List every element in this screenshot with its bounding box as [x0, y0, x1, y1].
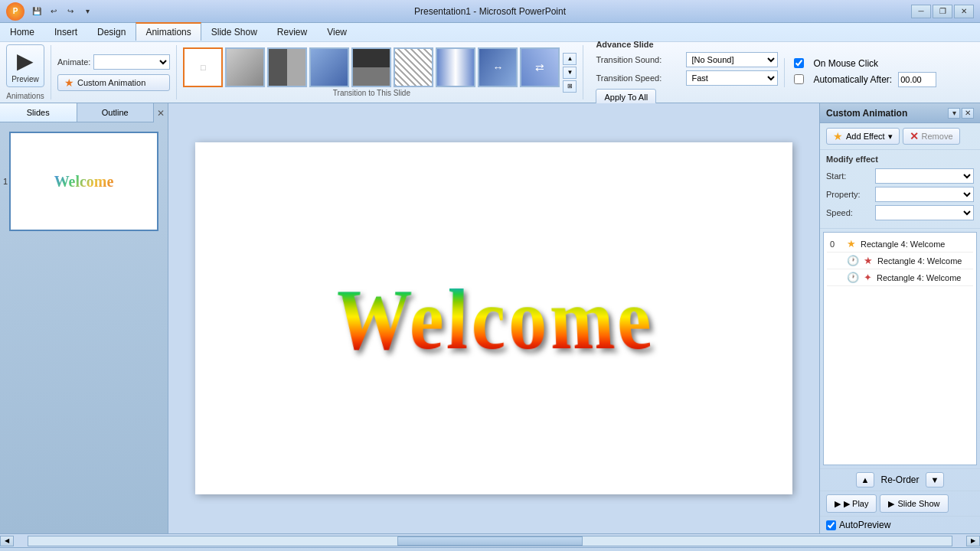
scroll-right-button[interactable]: ▶ [966, 536, 980, 546]
preview-group: ▶ Preview Animations [6, 45, 51, 99]
custom-animation-button[interactable]: ★ Custom Animation [57, 74, 170, 91]
auto-after-checkbox[interactable] [794, 74, 804, 84]
sidebar-tab-outline[interactable]: Outline [77, 103, 155, 122]
reorder-down-button[interactable]: ▼ [926, 472, 945, 487]
main-area: Slides Outline ✕ 1 Welcome Welcome Custo… [0, 103, 980, 533]
panel-bottom: ▲ Re-Order ▼ [820, 468, 980, 491]
start-dropdown[interactable] [875, 168, 974, 184]
remove-x-icon: ✕ [910, 130, 919, 142]
transition-none-button[interactable]: □ [183, 47, 223, 87]
tab-insert[interactable]: Insert [44, 23, 87, 41]
animate-label: Animate: [57, 57, 90, 67]
tab-view[interactable]: View [317, 23, 357, 41]
animation-item-2[interactable]: 🕐 ✦ Rectangle 4: Welcome [827, 269, 973, 286]
save-button[interactable]: 💾 [29, 5, 44, 18]
quick-access-toolbar: 💾 ↩ ↪ ▾ [29, 5, 95, 18]
on-mouse-click-label: On Mouse Click [813, 58, 878, 69]
preview-button[interactable]: ▶ Preview [6, 44, 44, 87]
add-effect-arrow: ▾ [888, 132, 893, 142]
tab-slideshow[interactable]: Slide Show [201, 23, 267, 41]
add-effect-label: Add Effect [846, 132, 885, 141]
panel-collapse-button[interactable]: ▾ [948, 108, 960, 119]
property-label: Property: [826, 190, 872, 199]
on-click-group: On Mouse Click Automatically After: [784, 58, 974, 87]
remove-button[interactable]: ✕ Remove [903, 128, 960, 145]
transition-cover-button[interactable] [351, 47, 391, 87]
autopreview-checkbox[interactable] [826, 520, 836, 530]
slideshow-icon: ▶ [888, 499, 894, 509]
auto-after-row: Automatically After: [794, 72, 974, 87]
window-controls: ─ ❐ ✕ [911, 5, 974, 18]
transition-dissolve-button[interactable] [394, 47, 433, 87]
modify-section: Modify effect Start: Property: Speed: [820, 150, 980, 229]
play-label: ▶ Play [844, 499, 868, 509]
custom-animation-panel: Custom Animation ▾ ✕ ★ Add Effect ▾ ✕ Re… [819, 103, 980, 533]
undo-button[interactable]: ↩ [46, 5, 61, 18]
tab-animations[interactable]: Animations [136, 22, 201, 41]
autopreview-row: AutoPreview [820, 516, 980, 533]
animate-dropdown[interactable] [93, 54, 170, 70]
slide-canvas[interactable]: Welcome [195, 142, 792, 494]
slideshow-button[interactable]: ▶ Slide Show [880, 494, 948, 513]
start-row: Start: [826, 168, 974, 184]
transition-rotate-button[interactable]: ⇄ [520, 47, 560, 87]
speed-dropdown[interactable] [875, 205, 974, 220]
preview-group-top: ▶ Preview [6, 44, 44, 87]
transition-scroll-down[interactable]: ▼ [563, 67, 577, 79]
anim-name-0: Rectangle 4: Welcome [861, 240, 945, 249]
play-button[interactable]: ▶ ▶ Play [826, 494, 877, 513]
transition-wipe-button[interactable] [267, 47, 307, 87]
custom-anim-label: Custom Animation [77, 78, 145, 87]
on-mouse-click-checkbox[interactable] [794, 58, 804, 68]
scroll-thumb[interactable] [397, 536, 582, 546]
add-effect-star-icon: ★ [833, 130, 843, 142]
transition-push-button[interactable] [309, 47, 349, 87]
anim-star-icon-0: ★ [847, 238, 856, 249]
transition-scroll-up[interactable]: ▲ [563, 53, 577, 65]
auto-after-value[interactable] [898, 72, 936, 87]
tab-home[interactable]: Home [0, 23, 44, 41]
transition-label: Transition to This Slide [183, 89, 560, 97]
restore-button[interactable]: ❐ [933, 5, 952, 18]
office-logo-icon: P [6, 2, 24, 21]
advance-slide-title: Advance Slide [596, 40, 778, 49]
speed-row: Speed: [826, 205, 974, 220]
panel-play-row: ▶ ▶ Play ▶ Slide Show [820, 491, 980, 516]
slide-thumbnail-1[interactable]: Welcome [9, 132, 158, 231]
preview-label: Preview [11, 75, 39, 83]
transition-more[interactable]: ⊞ [563, 80, 577, 93]
transition-flip-button[interactable]: ↔ [478, 47, 518, 87]
sidebar-tab-slides[interactable]: Slides [0, 103, 77, 122]
sidebar-close-button[interactable]: ✕ [154, 106, 168, 120]
close-button[interactable]: ✕ [954, 5, 974, 18]
minimize-button[interactable]: ─ [911, 5, 931, 18]
animate-group: Animate: ★ Custom Animation [57, 45, 177, 99]
slide-number-label: 1 [3, 177, 8, 186]
ribbon-tabs: Home Insert Design Animations Slide Show… [0, 23, 980, 41]
tab-review[interactable]: Review [267, 23, 317, 41]
panel-close-button[interactable]: ✕ [962, 108, 974, 119]
animation-item-1[interactable]: 🕐 ★ Rectangle 4: Welcome [827, 253, 973, 269]
dropdown-arrow[interactable]: ▾ [80, 5, 95, 18]
start-label: Start: [826, 171, 872, 181]
horizontal-scrollbar[interactable] [28, 536, 952, 546]
transition-sound-dropdown[interactable]: [No Sound] [686, 52, 778, 67]
add-effect-button[interactable]: ★ Add Effect ▾ [826, 128, 900, 145]
autopreview-label: AutoPreview [839, 520, 890, 530]
redo-button[interactable]: ↪ [63, 5, 78, 18]
reorder-up-button[interactable]: ▲ [856, 472, 875, 487]
animation-item-0[interactable]: 0 ★ Rectangle 4: Welcome [827, 236, 973, 253]
panel-actions: ★ Add Effect ▾ ✕ Remove [820, 123, 980, 150]
transition-speed-dropdown[interactable]: Fast [686, 70, 778, 86]
canvas-area: Welcome [168, 103, 819, 533]
reorder-label: Re-Order [880, 474, 919, 485]
modify-effect-title: Modify effect [826, 155, 974, 164]
transition-split-button[interactable] [436, 47, 475, 87]
sidebar-tabs: Slides Outline [0, 103, 154, 122]
transition-speed-label: Transition Speed: [596, 73, 680, 83]
property-dropdown[interactable] [875, 187, 974, 202]
tab-design[interactable]: Design [87, 23, 136, 41]
transition-fade-button[interactable] [225, 47, 265, 87]
scroll-left-button[interactable]: ◀ [0, 536, 14, 546]
transition-speed-row: Transition Speed: Fast [596, 70, 778, 86]
